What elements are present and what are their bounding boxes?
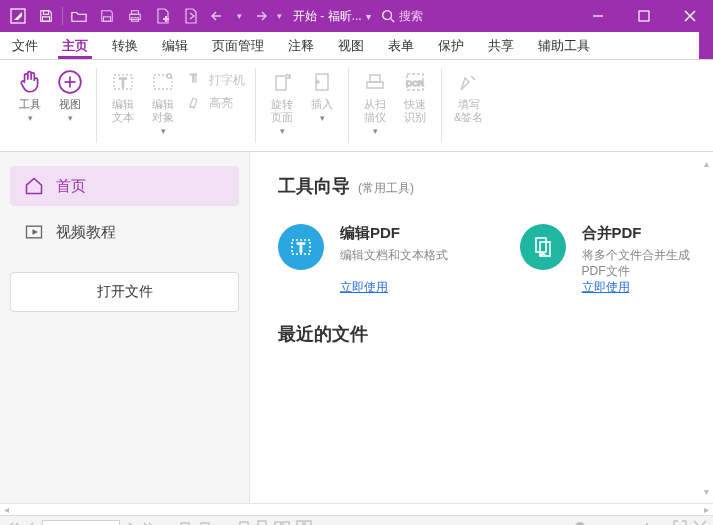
nav-first-icon[interactable] bbox=[6, 521, 20, 526]
close-button[interactable] bbox=[667, 0, 713, 32]
tab-file[interactable]: 文件 bbox=[0, 32, 50, 59]
chevron-down-icon: ▾ bbox=[320, 113, 325, 123]
ribbon-from-scanner-button[interactable]: 从扫 描仪 ▾ bbox=[355, 66, 395, 136]
zoom-in-icon[interactable] bbox=[641, 521, 653, 526]
maximize-button[interactable] bbox=[621, 0, 667, 32]
search-box[interactable] bbox=[381, 5, 521, 27]
ribbon-view-label: 视图 bbox=[59, 98, 81, 111]
nav-next-icon[interactable] bbox=[126, 521, 136, 526]
redo-dropdown-icon[interactable]: ▾ bbox=[273, 0, 285, 32]
tab-strip: 文件 主页 转换 编辑 页面管理 注释 视图 表单 保护 共享 辅助工具 bbox=[0, 32, 713, 60]
ribbon-fill-sign-label: 填写 &签名 bbox=[454, 98, 483, 124]
ribbon-rotate-label: 旋转 页面 bbox=[271, 98, 293, 124]
fullscreen-icon[interactable] bbox=[693, 520, 707, 526]
highlight-icon bbox=[187, 95, 203, 112]
nav-prev-icon[interactable] bbox=[26, 521, 36, 526]
svg-rect-43 bbox=[275, 522, 281, 526]
svg-marker-33 bbox=[33, 230, 36, 233]
edit-text-icon: T bbox=[109, 68, 137, 96]
svg-rect-21 bbox=[154, 75, 172, 89]
hand-icon bbox=[16, 68, 44, 96]
tab-annotate[interactable]: 注释 bbox=[276, 32, 326, 59]
window-controls bbox=[575, 0, 713, 32]
ribbon-quick-ocr-button[interactable]: OCR 快速 识别 bbox=[395, 66, 435, 124]
sidebar: 首页 视频教程 打开文件 bbox=[0, 152, 250, 503]
title-dropdown-icon[interactable]: ▾ bbox=[366, 11, 371, 22]
scroll-down-icon[interactable]: ▾ bbox=[704, 486, 709, 497]
svg-rect-40 bbox=[240, 522, 248, 526]
zoom-slider-thumb[interactable] bbox=[575, 522, 585, 526]
tool-cards: T 编辑PDF 编辑文档和文本格式 合并PDF 将多个文件合并生成PDF文件 bbox=[278, 224, 713, 279]
tab-edit[interactable]: 编辑 bbox=[150, 32, 200, 59]
ribbon-typewriter-button[interactable]: T 打字机 bbox=[183, 70, 249, 91]
svg-text:OCR: OCR bbox=[406, 79, 424, 88]
app-logo-icon[interactable] bbox=[4, 0, 32, 32]
card-merge-desc: 将多个文件合并生成PDF文件 bbox=[582, 247, 714, 279]
view-rotate-left-icon[interactable] bbox=[178, 520, 192, 526]
card-edit-desc: 编辑文档和文本格式 bbox=[340, 247, 448, 263]
page-number-input[interactable] bbox=[42, 520, 120, 526]
ribbon-typewriter-label: 打字机 bbox=[209, 72, 245, 89]
view-rotate-right-icon[interactable] bbox=[198, 520, 212, 526]
scroll-up-icon[interactable]: ▴ bbox=[704, 158, 709, 169]
ribbon-edit-object-button[interactable]: 编辑 对象 ▾ bbox=[143, 66, 183, 136]
tab-protect[interactable]: 保护 bbox=[426, 32, 476, 59]
ribbon-view-button[interactable]: 视图 ▾ bbox=[50, 66, 90, 123]
search-input[interactable] bbox=[399, 9, 499, 23]
layout-single-icon[interactable] bbox=[238, 520, 250, 526]
card-edit-pdf[interactable]: T 编辑PDF 编辑文档和文本格式 bbox=[278, 224, 472, 279]
sidebar-item-home[interactable]: 首页 bbox=[10, 166, 239, 206]
tab-form[interactable]: 表单 bbox=[376, 32, 426, 59]
layout-facing-icon[interactable] bbox=[274, 520, 290, 526]
content-vertical-scrollbar[interactable]: ▴ ▾ bbox=[701, 158, 711, 497]
ribbon-insert-button[interactable]: 插入 ▾ bbox=[302, 66, 342, 123]
svg-marker-1 bbox=[14, 12, 22, 20]
ribbon-edit-text-button[interactable]: T 编辑 文本 bbox=[103, 66, 143, 124]
tab-view[interactable]: 视图 bbox=[326, 32, 376, 59]
print-icon[interactable] bbox=[121, 0, 149, 32]
nav-last-icon[interactable] bbox=[142, 521, 156, 526]
svg-rect-2 bbox=[43, 11, 48, 15]
undo-icon[interactable] bbox=[205, 0, 233, 32]
page-export-icon[interactable] bbox=[177, 0, 205, 32]
horizontal-scrollbar[interactable]: ◂ ▸ bbox=[0, 503, 713, 515]
sidebar-item-video[interactable]: 视频教程 bbox=[10, 212, 239, 252]
fit-page-icon[interactable] bbox=[673, 520, 687, 526]
ribbon-fill-sign-button[interactable]: 填写 &签名 bbox=[448, 66, 489, 124]
content-pane: 工具向导 (常用工具) T 编辑PDF 编辑文档和文本格式 合并PDF 将多 bbox=[250, 152, 713, 503]
tab-convert[interactable]: 转换 bbox=[100, 32, 150, 59]
minimize-button[interactable] bbox=[575, 0, 621, 32]
ribbon-rotate-page-button[interactable]: 旋转 页面 ▾ bbox=[262, 66, 302, 136]
tab-home[interactable]: 主页 bbox=[50, 32, 100, 59]
ribbon-tool-label: 工具 bbox=[19, 98, 41, 111]
svg-rect-26 bbox=[276, 76, 286, 90]
link-use-edit[interactable]: 立即使用 bbox=[340, 280, 388, 294]
redo-icon[interactable] bbox=[245, 0, 273, 32]
scroll-left-icon[interactable]: ◂ bbox=[4, 504, 9, 515]
ribbon-highlight-button[interactable]: 高亮 bbox=[183, 93, 249, 114]
svg-point-10 bbox=[382, 11, 391, 20]
page-add-icon[interactable] bbox=[149, 0, 177, 32]
tab-accessibility[interactable]: 辅助工具 bbox=[526, 32, 602, 59]
card-merge-pdf[interactable]: 合并PDF 将多个文件合并生成PDF文件 bbox=[520, 224, 714, 279]
zoom-out-icon[interactable] bbox=[497, 521, 509, 526]
merge-pdf-icon bbox=[520, 224, 566, 270]
layout-facing-continuous-icon[interactable] bbox=[296, 520, 312, 526]
layout-continuous-icon[interactable] bbox=[256, 520, 268, 526]
card-edit-title: 编辑PDF bbox=[340, 224, 448, 243]
open-file-button[interactable]: 打开文件 bbox=[10, 272, 239, 312]
tab-page-manage[interactable]: 页面管理 bbox=[200, 32, 276, 59]
save-as-icon[interactable] bbox=[93, 0, 121, 32]
sidebar-video-label: 视频教程 bbox=[56, 223, 116, 242]
scroll-right-icon[interactable]: ▸ bbox=[704, 504, 709, 515]
save-icon[interactable] bbox=[32, 0, 60, 32]
insert-page-icon bbox=[308, 68, 336, 96]
tab-share[interactable]: 共享 bbox=[476, 32, 526, 59]
ribbon-tool-button[interactable]: 工具 ▾ bbox=[10, 66, 50, 123]
open-icon[interactable] bbox=[65, 0, 93, 32]
main-area: 首页 视频教程 打开文件 工具向导 (常用工具) T 编辑PDF 编辑文档和文本… bbox=[0, 152, 713, 503]
link-use-merge[interactable]: 立即使用 bbox=[582, 280, 630, 294]
svg-rect-45 bbox=[297, 521, 303, 526]
tab-overflow-icon[interactable] bbox=[699, 32, 713, 59]
undo-dropdown-icon[interactable]: ▾ bbox=[233, 0, 245, 32]
